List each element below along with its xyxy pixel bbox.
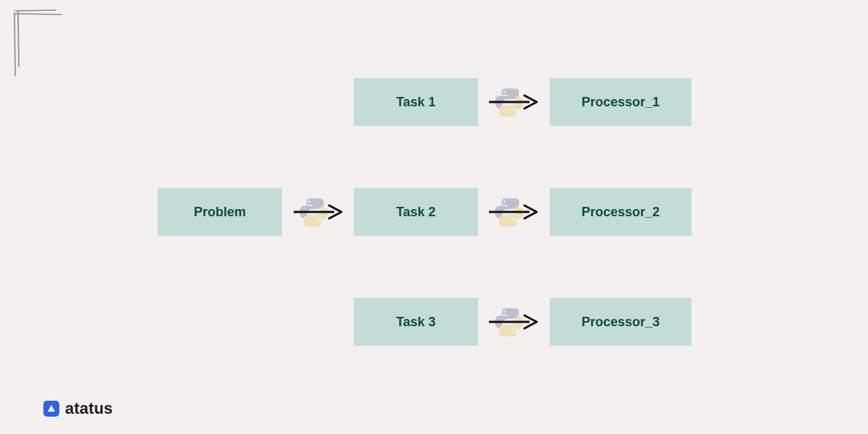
arrow-icon (485, 195, 542, 229)
arrow-problem-to-tasks (289, 195, 347, 229)
task-2-box: Task 2 (354, 188, 478, 236)
brand-logo-text: atatus (65, 399, 113, 418)
problem-box: Problem (158, 188, 282, 236)
arrow-task3-to-proc3 (485, 305, 542, 339)
arrow-icon (485, 85, 542, 119)
task-2-label: Task 2 (396, 205, 436, 220)
task-3-label: Task 3 (396, 315, 436, 330)
processor-2-box: Processor_2 (550, 188, 692, 236)
arrow-icon (485, 305, 542, 339)
problem-label: Problem (194, 205, 246, 220)
processor-3-label: Processor_3 (582, 315, 660, 330)
task-1-label: Task 1 (396, 95, 436, 110)
processor-1-box: Processor_1 (550, 78, 692, 126)
brand-logo-mark (43, 401, 59, 417)
arrow-task2-to-proc2 (485, 195, 542, 229)
arrow-icon (289, 195, 347, 229)
brand-logo: atatus (43, 399, 113, 418)
arrow-task1-to-proc1 (485, 85, 542, 119)
sketch-corner-decoration (11, 7, 69, 80)
brand-logo-triangle-icon (47, 404, 56, 413)
processor-3-box: Processor_3 (550, 298, 692, 346)
processor-2-label: Processor_2 (582, 205, 660, 220)
processor-1-label: Processor_1 (582, 95, 660, 110)
task-3-box: Task 3 (354, 298, 478, 346)
task-1-box: Task 1 (354, 78, 478, 126)
